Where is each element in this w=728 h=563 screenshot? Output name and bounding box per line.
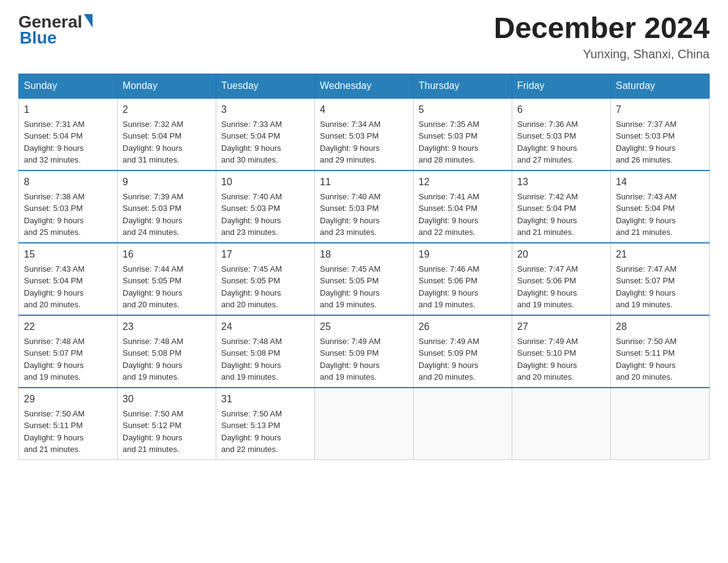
day-info: Sunrise: 7:47 AMSunset: 5:06 PMDaylight:… bbox=[517, 263, 605, 311]
calendar-cell: 23Sunrise: 7:48 AMSunset: 5:08 PMDayligh… bbox=[118, 315, 216, 388]
calendar-cell bbox=[315, 388, 414, 460]
calendar-cell: 31Sunrise: 7:50 AMSunset: 5:13 PMDayligh… bbox=[216, 388, 315, 460]
calendar-week-4: 22Sunrise: 7:48 AMSunset: 5:07 PMDayligh… bbox=[19, 315, 710, 388]
calendar-cell: 26Sunrise: 7:49 AMSunset: 5:09 PMDayligh… bbox=[414, 315, 512, 388]
day-number: 8 bbox=[24, 175, 112, 190]
calendar-cell: 24Sunrise: 7:48 AMSunset: 5:08 PMDayligh… bbox=[216, 315, 315, 388]
day-number: 25 bbox=[320, 320, 408, 334]
day-info: Sunrise: 7:45 AMSunset: 5:05 PMDaylight:… bbox=[320, 263, 408, 311]
calendar-cell bbox=[512, 388, 611, 460]
calendar-cell: 27Sunrise: 7:49 AMSunset: 5:10 PMDayligh… bbox=[512, 315, 611, 388]
day-number: 10 bbox=[221, 175, 309, 190]
day-number: 27 bbox=[517, 320, 605, 334]
calendar-cell: 12Sunrise: 7:41 AMSunset: 5:04 PMDayligh… bbox=[414, 170, 512, 243]
calendar-header-monday: Monday bbox=[118, 74, 216, 98]
calendar-cell: 30Sunrise: 7:50 AMSunset: 5:12 PMDayligh… bbox=[118, 388, 216, 460]
calendar-header-wednesday: Wednesday bbox=[315, 74, 414, 98]
calendar-cell: 9Sunrise: 7:39 AMSunset: 5:03 PMDaylight… bbox=[118, 170, 216, 243]
day-number: 9 bbox=[123, 175, 211, 190]
day-info: Sunrise: 7:48 AMSunset: 5:08 PMDaylight:… bbox=[221, 335, 309, 383]
day-number: 3 bbox=[221, 102, 309, 117]
day-number: 2 bbox=[123, 102, 211, 117]
day-number: 5 bbox=[419, 102, 507, 117]
day-number: 11 bbox=[320, 175, 408, 190]
day-info: Sunrise: 7:50 AMSunset: 5:13 PMDaylight:… bbox=[221, 408, 309, 456]
calendar-cell: 14Sunrise: 7:43 AMSunset: 5:04 PMDayligh… bbox=[611, 170, 710, 243]
day-number: 19 bbox=[419, 247, 507, 262]
day-info: Sunrise: 7:47 AMSunset: 5:07 PMDaylight:… bbox=[616, 263, 704, 311]
calendar-cell: 15Sunrise: 7:43 AMSunset: 5:04 PMDayligh… bbox=[19, 243, 118, 315]
calendar-cell: 3Sunrise: 7:33 AMSunset: 5:04 PMDaylight… bbox=[216, 98, 315, 170]
day-info: Sunrise: 7:49 AMSunset: 5:10 PMDaylight:… bbox=[517, 335, 605, 383]
calendar-header-friday: Friday bbox=[512, 74, 611, 98]
day-number: 30 bbox=[123, 392, 211, 407]
day-info: Sunrise: 7:39 AMSunset: 5:03 PMDaylight:… bbox=[123, 191, 211, 239]
calendar-cell: 18Sunrise: 7:45 AMSunset: 5:05 PMDayligh… bbox=[315, 243, 414, 315]
month-title: December 2024 bbox=[494, 12, 710, 45]
day-number: 12 bbox=[419, 175, 507, 190]
day-info: Sunrise: 7:40 AMSunset: 5:03 PMDaylight:… bbox=[221, 191, 309, 239]
calendar-header-row: SundayMondayTuesdayWednesdayThursdayFrid… bbox=[19, 74, 710, 98]
logo-blue-text: Blue bbox=[20, 28, 57, 48]
calendar-cell bbox=[414, 388, 512, 460]
day-info: Sunrise: 7:35 AMSunset: 5:03 PMDaylight:… bbox=[419, 118, 507, 166]
day-info: Sunrise: 7:48 AMSunset: 5:08 PMDaylight:… bbox=[123, 335, 211, 383]
day-number: 1 bbox=[24, 102, 112, 117]
calendar-cell: 5Sunrise: 7:35 AMSunset: 5:03 PMDaylight… bbox=[414, 98, 512, 170]
calendar-cell: 29Sunrise: 7:50 AMSunset: 5:11 PMDayligh… bbox=[19, 388, 118, 460]
calendar-header-tuesday: Tuesday bbox=[216, 74, 315, 98]
day-number: 24 bbox=[221, 320, 309, 334]
calendar-cell: 17Sunrise: 7:45 AMSunset: 5:05 PMDayligh… bbox=[216, 243, 315, 315]
day-info: Sunrise: 7:46 AMSunset: 5:06 PMDaylight:… bbox=[419, 263, 507, 311]
calendar-header-thursday: Thursday bbox=[414, 74, 512, 98]
day-number: 23 bbox=[123, 320, 211, 334]
day-number: 16 bbox=[123, 247, 211, 262]
day-info: Sunrise: 7:50 AMSunset: 5:12 PMDaylight:… bbox=[123, 408, 211, 456]
calendar-week-2: 8Sunrise: 7:38 AMSunset: 5:03 PMDaylight… bbox=[19, 170, 710, 243]
day-number: 13 bbox=[517, 175, 605, 190]
day-number: 18 bbox=[320, 247, 408, 262]
calendar-cell: 2Sunrise: 7:32 AMSunset: 5:04 PMDaylight… bbox=[118, 98, 216, 170]
calendar-cell: 8Sunrise: 7:38 AMSunset: 5:03 PMDaylight… bbox=[19, 170, 118, 243]
calendar-week-3: 15Sunrise: 7:43 AMSunset: 5:04 PMDayligh… bbox=[19, 243, 710, 315]
calendar-cell: 4Sunrise: 7:34 AMSunset: 5:03 PMDaylight… bbox=[315, 98, 414, 170]
day-number: 6 bbox=[517, 102, 605, 117]
logo-arrow-icon bbox=[84, 14, 93, 28]
day-info: Sunrise: 7:38 AMSunset: 5:03 PMDaylight:… bbox=[24, 191, 112, 239]
day-info: Sunrise: 7:41 AMSunset: 5:04 PMDaylight:… bbox=[419, 191, 507, 239]
day-info: Sunrise: 7:50 AMSunset: 5:11 PMDaylight:… bbox=[24, 408, 112, 456]
location-text: Yunxing, Shanxi, China bbox=[494, 47, 710, 61]
calendar-cell: 10Sunrise: 7:40 AMSunset: 5:03 PMDayligh… bbox=[216, 170, 315, 243]
day-number: 22 bbox=[24, 320, 112, 334]
day-number: 17 bbox=[221, 247, 309, 262]
day-info: Sunrise: 7:34 AMSunset: 5:03 PMDaylight:… bbox=[320, 118, 408, 166]
day-number: 15 bbox=[24, 247, 112, 262]
calendar-cell: 20Sunrise: 7:47 AMSunset: 5:06 PMDayligh… bbox=[512, 243, 611, 315]
calendar-cell: 13Sunrise: 7:42 AMSunset: 5:04 PMDayligh… bbox=[512, 170, 611, 243]
day-number: 4 bbox=[320, 102, 408, 117]
day-info: Sunrise: 7:43 AMSunset: 5:04 PMDaylight:… bbox=[616, 191, 704, 239]
calendar-cell: 22Sunrise: 7:48 AMSunset: 5:07 PMDayligh… bbox=[19, 315, 118, 388]
day-number: 14 bbox=[616, 175, 704, 190]
calendar-week-5: 29Sunrise: 7:50 AMSunset: 5:11 PMDayligh… bbox=[19, 388, 710, 460]
calendar-header-saturday: Saturday bbox=[611, 74, 710, 98]
calendar-header-sunday: Sunday bbox=[19, 74, 118, 98]
calendar-cell: 28Sunrise: 7:50 AMSunset: 5:11 PMDayligh… bbox=[611, 315, 710, 388]
day-number: 31 bbox=[221, 392, 309, 407]
calendar-table: SundayMondayTuesdayWednesdayThursdayFrid… bbox=[18, 74, 710, 460]
calendar-cell: 19Sunrise: 7:46 AMSunset: 5:06 PMDayligh… bbox=[414, 243, 512, 315]
day-number: 20 bbox=[517, 247, 605, 262]
day-number: 26 bbox=[419, 320, 507, 334]
day-info: Sunrise: 7:44 AMSunset: 5:05 PMDaylight:… bbox=[123, 263, 211, 311]
day-info: Sunrise: 7:42 AMSunset: 5:04 PMDaylight:… bbox=[517, 191, 605, 239]
calendar-week-1: 1Sunrise: 7:31 AMSunset: 5:04 PMDaylight… bbox=[19, 98, 710, 170]
day-info: Sunrise: 7:32 AMSunset: 5:04 PMDaylight:… bbox=[123, 118, 211, 166]
calendar-cell: 1Sunrise: 7:31 AMSunset: 5:04 PMDaylight… bbox=[19, 98, 118, 170]
day-info: Sunrise: 7:49 AMSunset: 5:09 PMDaylight:… bbox=[419, 335, 507, 383]
day-number: 7 bbox=[616, 102, 704, 117]
calendar-cell: 25Sunrise: 7:49 AMSunset: 5:09 PMDayligh… bbox=[315, 315, 414, 388]
day-info: Sunrise: 7:48 AMSunset: 5:07 PMDaylight:… bbox=[24, 335, 112, 383]
page-header: General Blue December 2024 Yunxing, Shan… bbox=[18, 12, 710, 61]
calendar-cell: 21Sunrise: 7:47 AMSunset: 5:07 PMDayligh… bbox=[611, 243, 710, 315]
day-info: Sunrise: 7:31 AMSunset: 5:04 PMDaylight:… bbox=[24, 118, 112, 166]
